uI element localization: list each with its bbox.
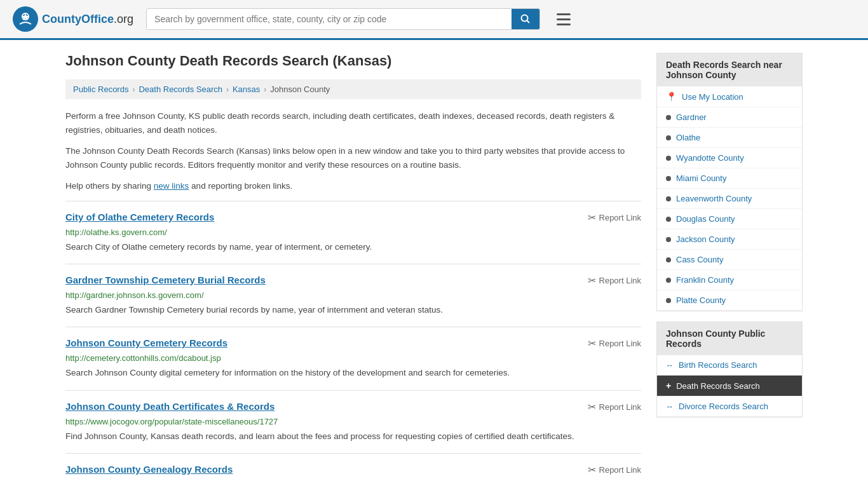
breadcrumb-sep: › xyxy=(132,85,135,94)
record-url[interactable]: http://gardner.johnson.ks.govern.com/ xyxy=(65,290,641,300)
sidebar-near-item-label: Cass County xyxy=(676,255,723,264)
record-title[interactable]: City of Olathe Cemetery Records xyxy=(65,212,214,222)
report-link-label: Report Link xyxy=(599,339,641,348)
bullet-dot xyxy=(666,298,671,303)
sidebar-near-item-label: Gardner xyxy=(676,112,707,122)
sidebar-near-item[interactable]: Gardner xyxy=(657,107,802,128)
breadcrumb-current: Johnson County xyxy=(270,85,330,94)
report-link-label: Report Link xyxy=(599,276,641,285)
records-list: City of Olathe Cemetery Records ✂ Report… xyxy=(65,201,641,488)
record-desc: Find Johnson County, Kansas death record… xyxy=(65,430,641,443)
record-title[interactable]: Johnson County Cemetery Records xyxy=(65,337,227,348)
sidebar-public-record-label: Death Records Search xyxy=(676,381,760,391)
hamburger-line xyxy=(557,18,571,20)
bullet-dot xyxy=(666,115,671,120)
plus-icon: + xyxy=(666,381,671,391)
sidebar-public-record-label: Birth Records Search xyxy=(679,360,757,370)
desc3-prefix: Help others by sharing xyxy=(65,181,154,191)
record-title[interactable]: Johnson County Death Certificates & Reco… xyxy=(65,401,275,412)
sidebar-public-record-item[interactable]: +Death Records Search xyxy=(657,376,802,396)
bullet-dot xyxy=(666,176,671,181)
sidebar-near-item[interactable]: Olathe xyxy=(657,128,802,148)
record-header: Johnson County Death Certificates & Reco… xyxy=(65,401,641,413)
report-link-label: Report Link xyxy=(599,465,641,475)
bullet-dot xyxy=(666,156,671,161)
sidebar-near-item-label: Olathe xyxy=(676,133,700,142)
report-link-button[interactable]: ✂ Report Link xyxy=(588,337,641,349)
svg-line-2 xyxy=(527,21,530,24)
sidebar-public-record-item[interactable]: ↔Birth Records Search xyxy=(657,355,802,376)
page-title: Johnson County Death Records Search (Kan… xyxy=(65,53,641,69)
record-title[interactable]: Johnson County Genealogy Records xyxy=(65,464,233,475)
scissors-icon: ✂ xyxy=(588,274,596,287)
site-header: CountyOffice.org xyxy=(0,0,868,40)
hamburger-line xyxy=(557,24,571,25)
record-header: Gardner Township Cemetery Burial Records… xyxy=(65,274,641,287)
breadcrumb: Public Records › Death Records Search › … xyxy=(65,79,641,99)
sidebar-public-records-items: ↔Birth Records Search+Death Records Sear… xyxy=(657,355,802,417)
sidebar-near-item-label: Douglas County xyxy=(676,214,735,224)
hamburger-line xyxy=(557,13,571,15)
record-entry: Johnson County Death Certificates & Reco… xyxy=(65,390,641,453)
report-link-label: Report Link xyxy=(599,402,641,412)
record-desc: Search City of Olathe cemetery records b… xyxy=(65,241,641,254)
sidebar-near-item[interactable]: Cass County xyxy=(657,250,802,270)
description-1: Perform a free Johnson County, KS public… xyxy=(65,109,641,137)
bullet-dot xyxy=(666,257,671,262)
sidebar-public-records-header: Johnson County Public Records xyxy=(657,322,802,355)
sidebar-near-item[interactable]: Miami County xyxy=(657,168,802,189)
report-link-button[interactable]: ✂ Report Link xyxy=(588,464,641,476)
use-my-location-label: Use My Location xyxy=(682,92,743,102)
sidebar-near-item-label: Jackson County xyxy=(676,234,735,244)
record-entry: Johnson County Cemetery Records ✂ Report… xyxy=(65,327,641,390)
record-desc: Search Gardner Township Cemetery burial … xyxy=(65,304,641,316)
sidebar-near-item[interactable]: Franklin County xyxy=(657,270,802,290)
arrow-icon: ↔ xyxy=(666,402,674,411)
main-container: Johnson County Death Records Search (Kan… xyxy=(53,40,815,488)
svg-point-1 xyxy=(522,15,528,22)
hamburger-menu-button[interactable] xyxy=(553,10,574,29)
record-entry: Johnson County Genealogy Records ✂ Repor… xyxy=(65,453,641,488)
record-url[interactable]: http://cemetery.cottonhills.com/dcabout.… xyxy=(65,353,641,363)
sidebar-near-item-label: Franklin County xyxy=(676,275,734,285)
bullet-dot xyxy=(666,217,671,222)
logo[interactable]: CountyOffice.org xyxy=(13,6,133,32)
content-area: Johnson County Death Records Search (Kan… xyxy=(65,53,641,488)
search-button[interactable] xyxy=(512,9,539,29)
scissors-icon: ✂ xyxy=(588,464,596,476)
report-link-button[interactable]: ✂ Report Link xyxy=(588,212,641,224)
scissors-icon: ✂ xyxy=(588,212,596,224)
breadcrumb-death-records-search[interactable]: Death Records Search xyxy=(139,85,222,94)
sidebar-near-items: GardnerOlatheWyandotte CountyMiami Count… xyxy=(657,107,802,311)
sidebar-near-item-label: Platte County xyxy=(676,295,726,305)
sidebar-public-record-item[interactable]: ↔Divorce Records Search xyxy=(657,396,802,417)
search-input[interactable] xyxy=(147,9,512,29)
sidebar-near-item[interactable]: Jackson County xyxy=(657,229,802,250)
arrow-icon: ↔ xyxy=(666,361,674,370)
sidebar-near-item[interactable]: Douglas County xyxy=(657,209,802,229)
report-link-button[interactable]: ✂ Report Link xyxy=(588,401,641,413)
sidebar-near-item[interactable]: Leavenworth County xyxy=(657,189,802,209)
sidebar-public-records-section: Johnson County Public Records ↔Birth Rec… xyxy=(656,322,803,417)
scissors-icon: ✂ xyxy=(588,401,596,413)
record-title[interactable]: Gardner Township Cemetery Burial Records xyxy=(65,274,266,285)
record-entry: Gardner Township Cemetery Burial Records… xyxy=(65,264,641,327)
scissors-icon: ✂ xyxy=(588,337,596,349)
sidebar: Death Records Search near Johnson County… xyxy=(656,53,803,488)
sidebar-near-item-label: Wyandotte County xyxy=(676,153,744,163)
breadcrumb-public-records[interactable]: Public Records xyxy=(73,85,128,94)
report-link-label: Report Link xyxy=(599,213,641,222)
sidebar-public-record-label: Divorce Records Search xyxy=(679,402,768,411)
bullet-dot xyxy=(666,237,671,242)
record-desc: Search Johnson County digital cemetery f… xyxy=(65,367,641,379)
sidebar-near-item[interactable]: Wyandotte County xyxy=(657,148,802,168)
sidebar-use-my-location[interactable]: 📍 Use My Location xyxy=(657,86,802,107)
sidebar-near-item[interactable]: Platte County xyxy=(657,290,802,311)
report-link-button[interactable]: ✂ Report Link xyxy=(588,274,641,287)
location-icon: 📍 xyxy=(666,92,677,102)
new-links-link[interactable]: new links xyxy=(154,181,189,191)
record-url[interactable]: https://www.jocogov.org/popular/state-mi… xyxy=(65,417,641,426)
record-url[interactable]: http://olathe.ks.govern.com/ xyxy=(65,227,641,237)
breadcrumb-kansas[interactable]: Kansas xyxy=(233,85,260,94)
logo-text: CountyOffice.org xyxy=(42,13,133,26)
